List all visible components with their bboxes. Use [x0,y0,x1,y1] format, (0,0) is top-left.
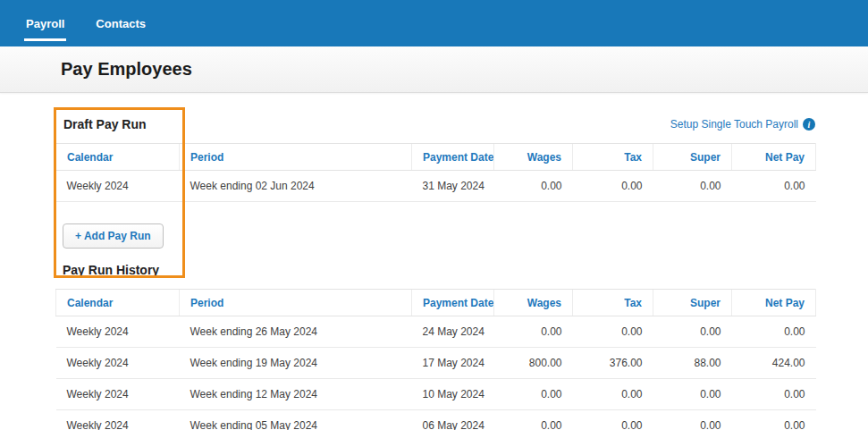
column-header: Net Pay [732,290,816,316]
table-cell: Weekly 2024 [56,348,180,379]
table-cell: Weekly 2024 [56,171,180,202]
table-cell: 0.00 [494,410,573,430]
table-cell: 0.00 [494,379,573,410]
setup-link-label: Setup Single Touch Payroll [670,118,798,131]
column-header: Calendar [56,144,180,171]
table-cell: Week ending 05 May 2024 [180,410,412,430]
table-cell: 0.00 [573,379,653,410]
draft-pay-run-heading: Draft Pay Run [55,117,147,131]
table-cell: Weekly 2024 [56,379,180,410]
table-cell: 0.00 [494,171,573,202]
table-cell: Week ending 12 May 2024 [180,379,412,410]
column-header: Period [180,144,412,171]
page-header: Pay Employees [0,46,868,93]
top-nav: Payroll Contacts [0,0,868,46]
table-cell: 0.00 [494,316,573,348]
table-row[interactable]: Weekly 2024Week ending 05 May 202406 May… [56,410,816,430]
column-header: Super [653,290,732,316]
info-icon[interactable] [803,118,815,131]
column-header: Super [653,144,732,171]
table-cell: 10 May 2024 [412,379,494,410]
column-header: Net Pay [732,144,816,171]
table-cell: 0.00 [732,171,816,202]
column-header: Payment Date [412,290,494,316]
table-cell: 24 May 2024 [412,316,494,348]
table-cell: Weekly 2024 [56,410,180,430]
table-cell: 424.00 [732,348,816,379]
tab-payroll[interactable]: Payroll [24,0,66,46]
table-row[interactable]: Weekly 2024Week ending 19 May 202417 May… [56,348,816,379]
add-pay-run-button[interactable]: + Add Pay Run [63,223,164,249]
table-cell: 0.00 [653,410,732,430]
draft-table-body: Weekly 2024Week ending 02 Jun 202431 May… [56,171,816,202]
table-cell: 376.00 [573,348,653,379]
draft-pay-run-table: CalendarPeriodPayment DateWagesTaxSuperN… [55,143,816,202]
column-header: Wages [494,144,573,171]
column-header: Period [180,290,412,316]
table-cell: 0.00 [573,171,653,202]
pay-run-history-table: CalendarPeriodPayment DateWagesTaxSuperN… [55,289,816,430]
column-header: Wages [494,290,573,316]
table-row[interactable]: Weekly 2024Week ending 12 May 202410 May… [56,379,816,410]
history-table-body: Weekly 2024Week ending 26 May 202424 May… [56,316,816,430]
table-row[interactable]: Weekly 2024Week ending 26 May 202424 May… [56,316,816,348]
main-content: Draft Pay Run Setup Single Touch Payroll… [0,117,868,430]
page-title: Pay Employees [61,59,192,80]
table-cell: Week ending 02 Jun 2024 [180,171,412,202]
table-cell: 0.00 [653,316,732,348]
setup-single-touch-payroll-link[interactable]: Setup Single Touch Payroll [670,118,815,131]
tab-contacts[interactable]: Contacts [94,0,147,46]
column-header: Calendar [56,290,180,316]
table-cell: Weekly 2024 [56,316,180,348]
pay-run-history-heading: Pay Run History [55,263,815,277]
table-cell: 0.00 [732,410,816,430]
table-cell: 0.00 [653,171,732,202]
history-table-header-row: CalendarPeriodPayment DateWagesTaxSuperN… [56,290,816,316]
table-cell: 0.00 [573,410,653,430]
draft-table-header-row: CalendarPeriodPayment DateWagesTaxSuperN… [56,144,816,171]
draft-section-header: Draft Pay Run Setup Single Touch Payroll [55,117,815,131]
table-cell: 800.00 [494,348,573,379]
table-cell: 88.00 [653,348,732,379]
table-cell: 0.00 [732,316,816,348]
table-cell: Week ending 26 May 2024 [180,316,412,348]
table-cell: 0.00 [653,379,732,410]
table-cell: 0.00 [732,379,816,410]
column-header: Tax [573,290,653,316]
column-header: Payment Date [412,144,494,171]
table-row[interactable]: Weekly 2024Week ending 02 Jun 202431 May… [56,171,816,202]
table-cell: Week ending 19 May 2024 [180,348,412,379]
table-cell: 17 May 2024 [412,348,494,379]
table-cell: 31 May 2024 [412,171,494,202]
table-cell: 06 May 2024 [412,410,494,430]
table-cell: 0.00 [573,316,653,348]
column-header: Tax [573,144,653,171]
